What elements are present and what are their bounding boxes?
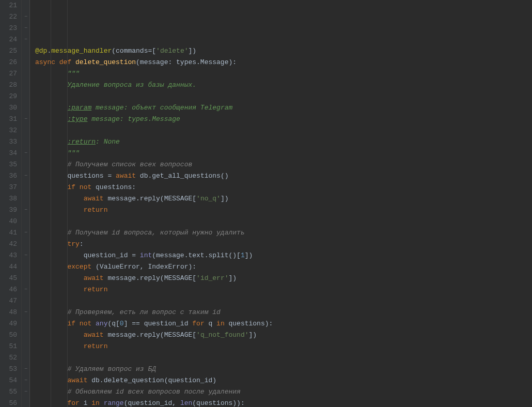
code-token: """ [67,70,79,77]
code-editor[interactable]: 2122232425262728293031323334353637383940… [0,0,532,407]
code-token: @dp [35,47,47,55]
code-line[interactable] [35,91,532,102]
fold-toggle-icon[interactable]: − [23,230,28,236]
fold-toggle-icon[interactable]: − [23,117,28,122]
code-line[interactable]: questions = await db.get_all_questions() [35,170,532,182]
code-line[interactable]: await message.reply(MESSAGE['q_not_found… [35,330,532,341]
code-token: (q[ [107,320,119,327]
line-number: 36 [5,170,17,182]
code-line[interactable] [35,295,532,307]
code-line[interactable] [35,125,532,136]
code-line[interactable] [35,352,532,364]
code-token: ] == question_id [124,320,193,327]
code-line[interactable]: await db.delete_question(question_id) [35,375,532,386]
code-line[interactable]: # Получаем список всех вопросов [35,159,532,170]
code-token: await [67,377,91,384]
code-line[interactable]: # Получаем id вопроса, который нужно уда… [35,227,532,239]
fold-toggle-icon[interactable]: − [23,37,28,42]
line-number: 22 [5,11,17,23]
line-number: 49 [5,318,17,330]
code-line[interactable]: :type message: types.Message [35,114,532,125]
code-line[interactable]: Удаление вопроса из базы данных. [35,80,532,91]
line-number: 27 [5,68,17,80]
line-number: 39 [5,205,17,216]
code-line[interactable]: except (ValueError, IndexError): [35,261,532,273]
code-token: Удаление вопроса из базы данных. [67,81,196,89]
fold-toggle-icon[interactable]: − [23,174,28,179]
line-number: 37 [5,182,17,193]
fold-toggle-icon[interactable]: − [23,389,28,395]
code-line[interactable]: @dp.message_handler(commands=['delete']) [35,45,532,57]
line-number: 44 [5,261,17,273]
code-token: await [84,274,108,282]
code-line[interactable]: for i in range(question_id, len(question… [35,398,532,407]
code-line[interactable]: return [35,205,532,216]
code-area[interactable]: @dp.message_handler(commands=['delete'])… [30,0,532,407]
code-line[interactable]: """ [35,148,532,159]
code-token: message.reply(MESSAGE[ [107,195,196,202]
code-line[interactable]: return [35,284,532,295]
code-token: 'delete' [156,47,188,55]
line-number: 56 [5,398,17,407]
code-line[interactable]: try: [35,239,532,250]
code-line[interactable]: if not any(q[0] == question_id for q in … [35,318,532,330]
fold-toggle-icon[interactable]: − [23,26,28,31]
line-number: 33 [5,136,17,148]
code-token: ): [188,263,196,271]
code-line[interactable]: """ [35,68,532,80]
code-token: :return [67,138,96,146]
code-line[interactable]: if not questions: [35,182,532,193]
code-token: (message: types.Message): [136,58,237,66]
code-token: 1 [241,252,245,259]
code-line[interactable]: await message.reply(MESSAGE['no_q']) [35,193,532,205]
code-line[interactable]: async def delete_question(message: types… [35,57,532,68]
line-number: 53 [5,364,17,375]
code-token: commands [116,47,148,55]
line-number: 50 [5,330,17,341]
line-number: 38 [5,193,17,205]
code-token: for [67,399,83,407]
code-token: # Получаем id вопроса, который нужно уда… [67,229,244,237]
fold-toggle-icon[interactable]: − [23,151,28,156]
fold-column[interactable]: −−−−−−−−−−−−−− [22,0,30,407]
line-number: 51 [5,341,17,352]
line-number: 32 [5,125,17,136]
code-token: , [140,263,148,271]
code-token: =[ [148,47,156,55]
code-token: question_id = [84,252,140,259]
fold-toggle-icon[interactable]: − [23,14,28,20]
code-token: len [180,399,192,407]
code-token: for [192,320,208,327]
code-line[interactable]: :return: None [35,136,532,148]
code-line[interactable]: question_id = int(message.text.split()[1… [35,250,532,261]
code-token: async def [35,58,75,66]
code-line[interactable] [35,216,532,227]
code-token: db.delete_question(question_id) [91,377,216,384]
code-line[interactable]: await message.reply(MESSAGE['id_err']) [35,273,532,284]
code-token: q [209,320,217,327]
code-token: except [67,263,96,271]
line-number: 23 [5,23,17,34]
code-line[interactable]: # Обновляем id всех вопросов после удале… [35,386,532,398]
code-line[interactable]: # Проверяем, есть ли вопрос с таким id [35,307,532,318]
fold-toggle-icon[interactable]: − [23,367,28,372]
code-token: questions = [67,172,116,180]
fold-toggle-icon[interactable]: − [23,378,28,383]
fold-toggle-icon[interactable]: − [23,287,28,292]
code-token: ]) [245,252,253,259]
fold-toggle-icon[interactable]: − [23,208,28,213]
code-line[interactable]: # Удаляем вопрос из БД [35,364,532,375]
code-token: message: объект сообщения Telegram [91,104,232,112]
fold-toggle-icon[interactable]: − [23,310,28,315]
code-token: 'no_q' [196,195,221,202]
line-number: 21 [5,0,17,11]
code-token: in [216,320,228,327]
code-token: message.reply(MESSAGE[ [107,274,196,282]
code-line[interactable] [35,34,532,45]
code-line[interactable]: return [35,341,532,352]
fold-toggle-icon[interactable]: − [23,253,28,258]
code-token: range [104,399,124,407]
line-number: 28 [5,80,17,91]
code-line[interactable]: :param message: объект сообщения Telegra… [35,102,532,114]
code-token: questions): [229,320,273,327]
